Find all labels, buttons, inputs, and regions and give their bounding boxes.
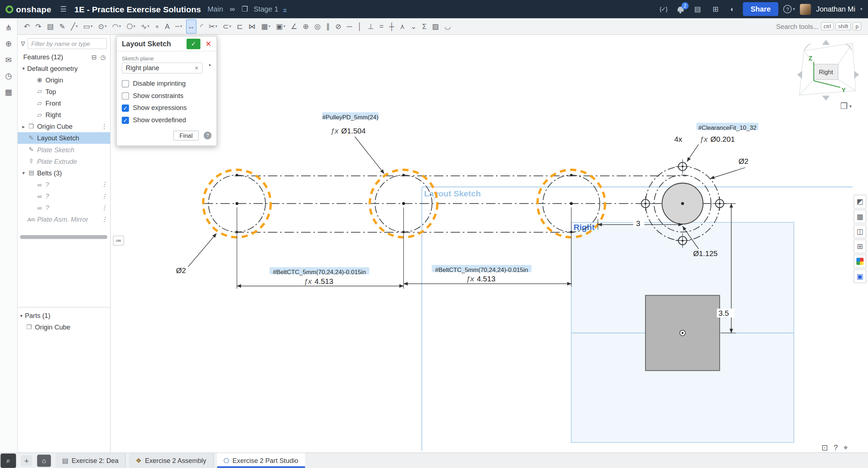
tool-perpendicular[interactable]: ⊥	[366, 19, 376, 34]
feature-list-options-button[interactable]: ≔	[113, 235, 124, 246]
dia1-125-value[interactable]: Ø1.125	[693, 249, 718, 258]
tree-item-5-origin-cube[interactable]: ▸❒Origin Cube⋮	[18, 120, 110, 132]
tree-item-7-plate-sketch[interactable]: ✎Plate Sketch	[18, 144, 110, 156]
dimension-belt-ctc-1[interactable]: #BeltCTC_5mm(70,24,24)-0.015in ƒx4.513	[237, 208, 404, 289]
dimension-dia2-left[interactable]: Ø2	[176, 233, 216, 275]
clear-selection-icon[interactable]: ×	[195, 64, 199, 72]
flip-direction-icon[interactable]: ◔	[207, 61, 211, 69]
hidden-edges-button[interactable]: ▦	[854, 210, 866, 224]
belt-ctc-1-value[interactable]: 4.513	[315, 277, 333, 285]
dialog-help-icon[interactable]: ?	[204, 132, 211, 139]
view-options-button[interactable]: ❒ ▾	[840, 101, 852, 111]
item-menu-icon[interactable]: ⋮	[101, 204, 108, 211]
tab-exercise-2-assembly[interactable]: ❖Exercise 2 Assembly	[129, 453, 213, 468]
drawing-standard-button[interactable]: ▣	[854, 269, 866, 283]
tool-redo[interactable]: ↷	[34, 19, 43, 34]
item-menu-icon[interactable]: ⋮	[101, 123, 108, 130]
tree-caret-icon[interactable]: ▾	[20, 170, 27, 175]
tool-point[interactable]: ∘	[153, 19, 161, 34]
tree-item-4-right[interactable]: ▱Right	[18, 109, 110, 120]
item-menu-icon[interactable]: ⋮	[101, 216, 108, 223]
tool-line[interactable]: ╱▾	[69, 19, 79, 34]
hamburger-menu-icon[interactable]: ☰	[60, 5, 67, 13]
filter-input[interactable]	[28, 38, 107, 50]
tool-construction[interactable]: ┄▾	[174, 19, 184, 34]
view-cube-face-label[interactable]: Right	[819, 69, 833, 76]
tool-fillet[interactable]: ◜	[199, 19, 205, 34]
tool-normal[interactable]: ⋏	[398, 19, 407, 34]
tool-polygon[interactable]: ⎔▾	[125, 19, 137, 34]
tool-sketch-repair[interactable]: ✎	[58, 19, 67, 34]
tool-vertical[interactable]: │	[356, 19, 364, 34]
dimension-belt-ctc-2[interactable]: #BeltCTC_5mm(70,24,24)-0.015in ƒx4.513	[404, 208, 571, 287]
tool-slot[interactable]: ⊏	[235, 19, 245, 34]
part-item-origin-cube[interactable]: ❒Origin Cube	[18, 322, 110, 333]
checkbox-show-overdefined[interactable]: ✓Show overdefined	[122, 114, 211, 126]
tree-item-3-front[interactable]: ▱Front	[18, 97, 110, 109]
dia2-left-value[interactable]: Ø2	[176, 266, 186, 275]
dimension-pulley-pd[interactable]: #PulleyPD_5mm(24) ƒxØ1.504	[322, 112, 384, 174]
featurescript-icon[interactable]: {✓}	[660, 5, 667, 13]
model-tree-icon[interactable]: ⋔	[2, 22, 15, 34]
tree-item-12-item[interactable]: ∞?⋮	[18, 202, 110, 213]
belt-ctc-2-value[interactable]: 4.513	[477, 275, 496, 283]
pulley-pd-badge[interactable]: #PulleyPD_5mm(24)	[323, 114, 379, 121]
tree-item-11-item[interactable]: ∞?⋮	[18, 190, 110, 202]
checkbox-show-constraints[interactable]: Show constraints	[122, 90, 211, 102]
search-tools-button[interactable]: Search tools... ctrlshiftp	[776, 22, 861, 30]
tool-sum[interactable]: Σ	[421, 19, 428, 34]
find-tabs-button[interactable]: ⌕	[1, 453, 16, 468]
item-menu-icon[interactable]: ⋮	[101, 192, 108, 200]
performance-monitor-icon[interactable]: ⊡	[822, 443, 828, 452]
stage-chip[interactable]: ❐ Stage 1	[238, 5, 278, 13]
release-notes-icon[interactable]: ▤	[694, 5, 701, 13]
dimension-clearance-fit[interactable]: #ClearanceFit_10_32 4x ƒxØ0.201	[674, 123, 758, 162]
dim-3-value[interactable]: 3	[636, 220, 640, 228]
pulley-pd-value[interactable]: Ø1.504	[341, 127, 366, 135]
final-button[interactable]: Final	[173, 131, 199, 141]
parts-header-row[interactable]: ▾ Parts (1)	[18, 310, 110, 321]
tool-use-project[interactable]: ∠	[289, 19, 299, 34]
tool-midpoint[interactable]: ┼	[387, 19, 396, 34]
clearance-fit-badge[interactable]: #ClearanceFit_10_32	[698, 124, 757, 131]
belt-ctc-2-badge[interactable]: #BeltCTC_5mm(70,24,24)-0.015in	[435, 267, 528, 273]
tree-item-9-belts-3[interactable]: ▾▤Belts (3)	[18, 167, 110, 179]
tree-caret-icon[interactable]: ▾	[20, 65, 27, 71]
clearance-hole-top[interactable]	[675, 159, 690, 174]
rotate-down-icon[interactable]	[822, 96, 830, 101]
app-store-icon[interactable]: ⊞	[713, 5, 719, 13]
roll-ccw-icon[interactable]	[804, 44, 810, 50]
tool-center-circle[interactable]: ⊙▾	[96, 19, 108, 34]
dimension-dia2-right[interactable]: Ø2	[710, 157, 749, 179]
graphics-canvas[interactable]: Layout Sketch Right	[111, 35, 868, 452]
clearance-hole-left[interactable]	[638, 196, 653, 211]
tool-equal[interactable]: =	[378, 19, 385, 34]
branch-name[interactable]: Main	[207, 5, 223, 13]
tool-parallel[interactable]: ∥	[325, 19, 332, 34]
user-avatar[interactable]	[800, 4, 811, 15]
tool-trim[interactable]: ✂▾	[207, 19, 219, 34]
help-menu[interactable]: ? ▾	[783, 5, 795, 13]
tool-curvature[interactable]: ◡	[443, 19, 452, 34]
tab-exercise-2-dea[interactable]: ▤Exercise 2: Dea	[55, 453, 126, 468]
user-name[interactable]: Jonathan Mi	[816, 5, 855, 13]
tree-item-2-top[interactable]: ▱Top	[18, 86, 110, 97]
checkbox-disable-imprinting[interactable]: Disable imprinting	[122, 77, 211, 90]
belt-ctc-1-badge[interactable]: #BeltCTC_5mm(70,24,24)-0.015in	[273, 269, 366, 276]
cancel-button[interactable]: ✕	[204, 39, 212, 48]
tool-corner-rectangle[interactable]: ▭▾	[81, 19, 94, 34]
right-plane-label[interactable]: Right	[573, 222, 595, 232]
dia2-right-value[interactable]: Ø2	[738, 157, 749, 165]
tool-pierce[interactable]: ⌄	[409, 19, 418, 34]
checkbox-show-expressions[interactable]: ✓Show expressions	[122, 102, 211, 114]
help-tips-icon[interactable]: ?	[834, 443, 838, 452]
shaded-view-button[interactable]: ◫	[854, 225, 866, 238]
tool-coincident[interactable]: ⊕	[301, 19, 311, 34]
tab-exercise-2-part-studio[interactable]: ⎔Exercise 2 Part Studio	[217, 453, 305, 468]
tree-item-8-plate-extrude[interactable]: ⇧Plate Extrude	[18, 156, 110, 167]
rotate-right-icon[interactable]	[854, 71, 859, 78]
tool-linear-pattern[interactable]: ▦▾	[260, 19, 272, 34]
tree-item-6-layout-sketch[interactable]: ✎Layout Sketch	[18, 132, 110, 144]
comments-icon[interactable]: ✉	[2, 54, 15, 66]
language-icon[interactable]: ◐	[730, 5, 734, 13]
